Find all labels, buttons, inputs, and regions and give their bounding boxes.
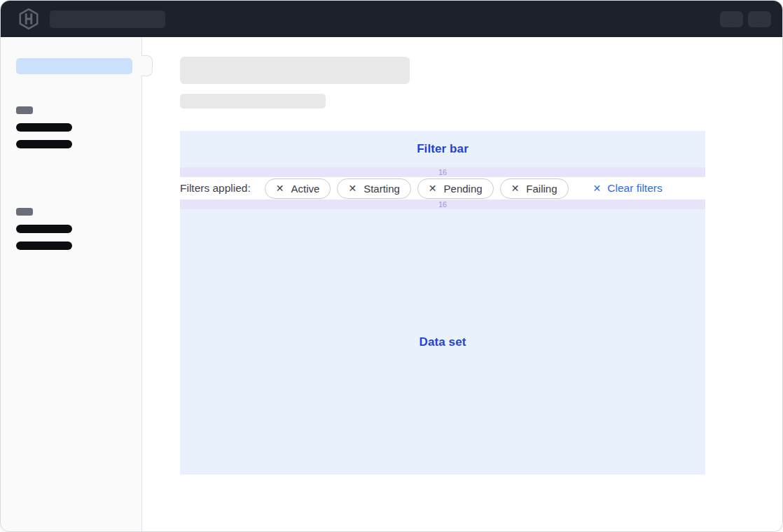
filter-pill-label: Starting bbox=[363, 183, 400, 195]
filters-applied-label: Filters applied: bbox=[180, 182, 251, 195]
dismiss-icon: ✕ bbox=[429, 183, 437, 193]
topbar-search-placeholder[interactable] bbox=[50, 10, 165, 28]
data-set-region: Data set bbox=[180, 209, 705, 475]
filter-pill-active[interactable]: ✕ Active bbox=[265, 178, 331, 199]
clear-filters-label: Clear filters bbox=[607, 182, 662, 195]
filter-pill-label: Pending bbox=[444, 183, 483, 195]
filter-pills: ✕ Active ✕ Starting ✕ Pending ✕ bbox=[265, 178, 569, 199]
page-subtitle-skeleton bbox=[180, 94, 326, 108]
clear-filters-button[interactable]: ✕ Clear filters bbox=[593, 182, 663, 195]
app-window: Filter bar 16 Filters applied: ✕ Active … bbox=[0, 0, 783, 532]
filter-pill-label: Active bbox=[291, 183, 320, 195]
main-content: Filter bar 16 Filters applied: ✕ Active … bbox=[142, 37, 782, 532]
dismiss-icon: ✕ bbox=[276, 183, 284, 193]
dismiss-icon: ✕ bbox=[348, 183, 356, 193]
sidebar-nav-item-skeleton[interactable] bbox=[16, 241, 72, 250]
sidebar bbox=[1, 37, 142, 532]
topbar-action-placeholder-1[interactable] bbox=[720, 11, 743, 27]
spacing-value: 16 bbox=[438, 167, 447, 177]
dismiss-icon: ✕ bbox=[511, 183, 520, 193]
filter-bar-label: Filter bar bbox=[417, 142, 469, 156]
filter-pill-label: Failing bbox=[526, 183, 557, 195]
applied-filters-row: Filters applied: ✕ Active ✕ Starting ✕ P bbox=[180, 177, 705, 200]
sidebar-active-item-skeleton[interactable] bbox=[16, 58, 132, 74]
sidebar-nav-item-skeleton[interactable] bbox=[16, 140, 72, 148]
spacing-annotation-top: 16 bbox=[180, 167, 705, 177]
clear-icon: ✕ bbox=[593, 183, 602, 193]
topbar-actions bbox=[720, 11, 771, 27]
filter-bar-region: Filter bar bbox=[180, 131, 705, 167]
spacing-value: 16 bbox=[438, 200, 447, 209]
page-title-skeleton bbox=[180, 57, 410, 84]
sidebar-nav-item-skeleton[interactable] bbox=[16, 225, 72, 233]
filter-pill-failing[interactable]: ✕ Failing bbox=[500, 178, 569, 199]
sidebar-nav-item-skeleton[interactable] bbox=[16, 123, 72, 132]
sidebar-section-label-skeleton bbox=[16, 106, 33, 114]
data-set-label: Data set bbox=[420, 335, 466, 349]
filter-pill-pending[interactable]: ✕ Pending bbox=[417, 178, 494, 199]
topbar-action-placeholder-2[interactable] bbox=[748, 11, 771, 27]
hashicorp-logo-icon bbox=[18, 8, 40, 30]
top-bar bbox=[1, 1, 782, 37]
window-body: Filter bar 16 Filters applied: ✕ Active … bbox=[1, 37, 782, 532]
filter-pill-starting[interactable]: ✕ Starting bbox=[337, 178, 410, 199]
sidebar-section-label-skeleton bbox=[16, 208, 33, 216]
spacing-annotation-bottom: 16 bbox=[180, 200, 705, 209]
sidebar-toggle-handle[interactable] bbox=[141, 55, 153, 76]
